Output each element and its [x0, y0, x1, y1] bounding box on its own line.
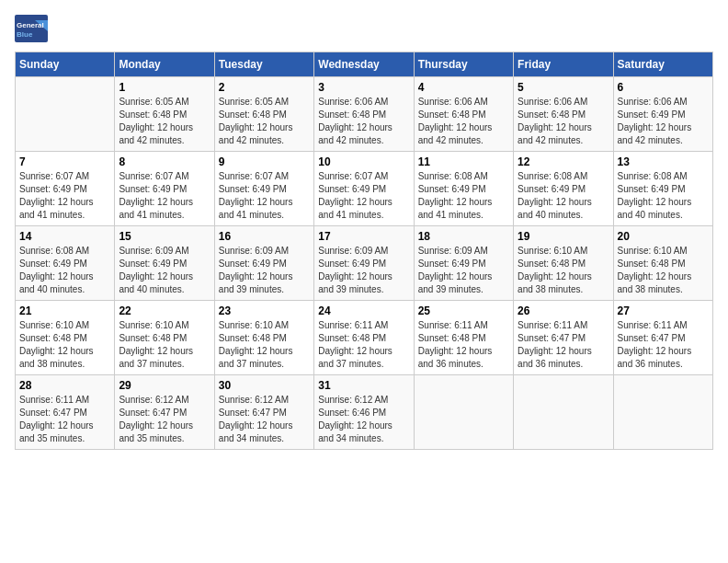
page-header: General Blue — [15, 15, 713, 42]
day-info: Sunrise: 6:07 AM Sunset: 6:49 PM Dayligh… — [318, 170, 409, 222]
day-info: Sunrise: 6:05 AM Sunset: 6:48 PM Dayligh… — [219, 96, 310, 147]
day-info: Sunrise: 6:11 AM Sunset: 6:48 PM Dayligh… — [418, 319, 509, 371]
day-info: Sunrise: 6:10 AM Sunset: 6:48 PM Dayligh… — [518, 245, 609, 296]
calendar-day-cell: 20Sunrise: 6:10 AM Sunset: 6:48 PM Dayli… — [613, 226, 712, 301]
logo: General Blue — [15, 15, 48, 42]
day-info: Sunrise: 6:11 AM Sunset: 6:47 PM Dayligh… — [19, 394, 110, 445]
weekday-header-cell: Tuesday — [214, 52, 313, 77]
calendar-day-cell: 5Sunrise: 6:06 AM Sunset: 6:48 PM Daylig… — [514, 77, 613, 152]
day-number: 13 — [618, 155, 709, 168]
day-info: Sunrise: 6:09 AM Sunset: 6:49 PM Dayligh… — [418, 245, 509, 296]
day-info: Sunrise: 6:10 AM Sunset: 6:48 PM Dayligh… — [119, 319, 210, 371]
calendar-day-cell — [16, 77, 115, 152]
day-info: Sunrise: 6:10 AM Sunset: 6:48 PM Dayligh… — [219, 319, 310, 371]
calendar-day-cell: 24Sunrise: 6:11 AM Sunset: 6:48 PM Dayli… — [314, 301, 414, 375]
day-number: 28 — [19, 379, 110, 392]
calendar-day-cell: 14Sunrise: 6:08 AM Sunset: 6:49 PM Dayli… — [16, 226, 115, 301]
day-number: 29 — [119, 379, 210, 392]
day-number: 6 — [618, 81, 709, 94]
calendar-day-cell: 16Sunrise: 6:09 AM Sunset: 6:49 PM Dayli… — [214, 226, 313, 301]
calendar-day-cell — [613, 375, 712, 450]
calendar-day-cell — [514, 375, 613, 450]
day-number: 31 — [318, 379, 409, 392]
calendar-week-row: 14Sunrise: 6:08 AM Sunset: 6:49 PM Dayli… — [16, 226, 713, 301]
day-info: Sunrise: 6:07 AM Sunset: 6:49 PM Dayligh… — [119, 170, 210, 222]
day-number: 23 — [219, 304, 310, 317]
day-number: 10 — [318, 155, 409, 168]
calendar-day-cell: 10Sunrise: 6:07 AM Sunset: 6:49 PM Dayli… — [314, 152, 414, 226]
day-number: 30 — [219, 379, 310, 392]
day-info: Sunrise: 6:09 AM Sunset: 6:49 PM Dayligh… — [318, 245, 409, 296]
day-number: 27 — [618, 304, 709, 317]
calendar-day-cell: 17Sunrise: 6:09 AM Sunset: 6:49 PM Dayli… — [314, 226, 414, 301]
day-number: 17 — [318, 230, 409, 243]
day-number: 16 — [219, 230, 310, 243]
day-info: Sunrise: 6:09 AM Sunset: 6:49 PM Dayligh… — [219, 245, 310, 296]
day-info: Sunrise: 6:10 AM Sunset: 6:48 PM Dayligh… — [618, 245, 709, 296]
calendar-day-cell: 11Sunrise: 6:08 AM Sunset: 6:49 PM Dayli… — [414, 152, 513, 226]
day-info: Sunrise: 6:12 AM Sunset: 6:46 PM Dayligh… — [318, 394, 409, 445]
calendar-day-cell: 13Sunrise: 6:08 AM Sunset: 6:49 PM Dayli… — [613, 152, 712, 226]
day-info: Sunrise: 6:11 AM Sunset: 6:48 PM Dayligh… — [318, 319, 409, 371]
day-number: 15 — [119, 230, 210, 243]
day-number: 12 — [518, 155, 609, 168]
day-number: 25 — [418, 304, 509, 317]
calendar-day-cell: 27Sunrise: 6:11 AM Sunset: 6:47 PM Dayli… — [613, 301, 712, 375]
day-number: 21 — [19, 304, 110, 317]
calendar-day-cell: 26Sunrise: 6:11 AM Sunset: 6:47 PM Dayli… — [514, 301, 613, 375]
calendar-day-cell: 29Sunrise: 6:12 AM Sunset: 6:47 PM Dayli… — [115, 375, 214, 450]
day-info: Sunrise: 6:06 AM Sunset: 6:49 PM Dayligh… — [618, 96, 709, 147]
weekday-header-cell: Friday — [514, 52, 613, 77]
day-info: Sunrise: 6:08 AM Sunset: 6:49 PM Dayligh… — [618, 170, 709, 222]
day-info: Sunrise: 6:06 AM Sunset: 6:48 PM Dayligh… — [418, 96, 509, 147]
day-number: 20 — [618, 230, 709, 243]
calendar-body: 1Sunrise: 6:05 AM Sunset: 6:48 PM Daylig… — [16, 77, 713, 450]
calendar-day-cell: 23Sunrise: 6:10 AM Sunset: 6:48 PM Dayli… — [214, 301, 313, 375]
calendar-week-row: 7Sunrise: 6:07 AM Sunset: 6:49 PM Daylig… — [16, 152, 713, 226]
day-info: Sunrise: 6:05 AM Sunset: 6:48 PM Dayligh… — [119, 96, 210, 147]
weekday-header-cell: Monday — [115, 52, 214, 77]
calendar-day-cell: 30Sunrise: 6:12 AM Sunset: 6:47 PM Dayli… — [214, 375, 313, 450]
day-number: 8 — [119, 155, 210, 168]
day-number: 2 — [219, 81, 310, 94]
logo-icon: General Blue — [15, 15, 48, 42]
calendar-week-row: 1Sunrise: 6:05 AM Sunset: 6:48 PM Daylig… — [16, 77, 713, 152]
day-number: 24 — [318, 304, 409, 317]
day-info: Sunrise: 6:11 AM Sunset: 6:47 PM Dayligh… — [518, 319, 609, 371]
day-number: 14 — [19, 230, 110, 243]
calendar-day-cell: 31Sunrise: 6:12 AM Sunset: 6:46 PM Dayli… — [314, 375, 414, 450]
calendar-day-cell: 19Sunrise: 6:10 AM Sunset: 6:48 PM Dayli… — [514, 226, 613, 301]
day-number: 4 — [418, 81, 509, 94]
calendar-day-cell: 7Sunrise: 6:07 AM Sunset: 6:49 PM Daylig… — [16, 152, 115, 226]
weekday-header-cell: Saturday — [613, 52, 712, 77]
calendar-day-cell: 8Sunrise: 6:07 AM Sunset: 6:49 PM Daylig… — [115, 152, 214, 226]
svg-text:General: General — [17, 21, 44, 29]
calendar-day-cell: 9Sunrise: 6:07 AM Sunset: 6:49 PM Daylig… — [214, 152, 313, 226]
day-info: Sunrise: 6:09 AM Sunset: 6:49 PM Dayligh… — [119, 245, 210, 296]
day-number: 19 — [518, 230, 609, 243]
calendar-day-cell: 12Sunrise: 6:08 AM Sunset: 6:49 PM Dayli… — [514, 152, 613, 226]
day-info: Sunrise: 6:07 AM Sunset: 6:49 PM Dayligh… — [19, 170, 110, 222]
calendar-day-cell: 21Sunrise: 6:10 AM Sunset: 6:48 PM Dayli… — [16, 301, 115, 375]
day-info: Sunrise: 6:08 AM Sunset: 6:49 PM Dayligh… — [19, 245, 110, 296]
calendar-day-cell: 28Sunrise: 6:11 AM Sunset: 6:47 PM Dayli… — [16, 375, 115, 450]
calendar-day-cell: 22Sunrise: 6:10 AM Sunset: 6:48 PM Dayli… — [115, 301, 214, 375]
weekday-header-row: SundayMondayTuesdayWednesdayThursdayFrid… — [16, 52, 713, 77]
day-number: 11 — [418, 155, 509, 168]
day-info: Sunrise: 6:06 AM Sunset: 6:48 PM Dayligh… — [518, 96, 609, 147]
day-number: 26 — [518, 304, 609, 317]
day-info: Sunrise: 6:11 AM Sunset: 6:47 PM Dayligh… — [618, 319, 709, 371]
calendar-day-cell: 15Sunrise: 6:09 AM Sunset: 6:49 PM Dayli… — [115, 226, 214, 301]
day-number: 7 — [19, 155, 110, 168]
day-info: Sunrise: 6:10 AM Sunset: 6:48 PM Dayligh… — [19, 319, 110, 371]
day-info: Sunrise: 6:12 AM Sunset: 6:47 PM Dayligh… — [119, 394, 210, 445]
svg-text:Blue: Blue — [17, 30, 33, 39]
calendar-week-row: 28Sunrise: 6:11 AM Sunset: 6:47 PM Dayli… — [16, 375, 713, 450]
day-number: 5 — [518, 81, 609, 94]
calendar-day-cell: 25Sunrise: 6:11 AM Sunset: 6:48 PM Dayli… — [414, 301, 513, 375]
day-info: Sunrise: 6:12 AM Sunset: 6:47 PM Dayligh… — [219, 394, 310, 445]
weekday-header-cell: Thursday — [414, 52, 513, 77]
calendar-day-cell: 4Sunrise: 6:06 AM Sunset: 6:48 PM Daylig… — [414, 77, 513, 152]
day-number: 3 — [318, 81, 409, 94]
calendar-day-cell — [414, 375, 513, 450]
